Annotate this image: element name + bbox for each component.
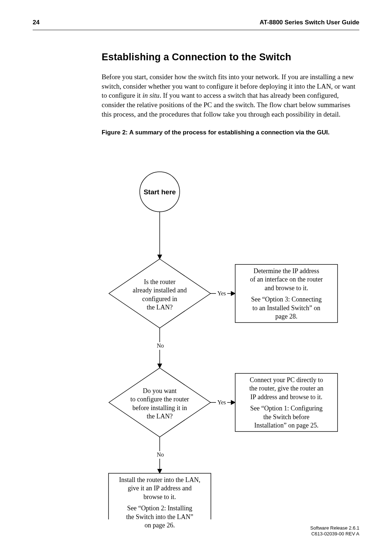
edge-label-yes-2: Yes <box>216 399 227 406</box>
process-box-2-text: Connect your PC directly to the router, … <box>239 376 334 430</box>
b3-ref2: the Switch into the LAN” <box>112 513 207 521</box>
b1-l3: and browse to it. <box>239 284 334 292</box>
d1-l2: already installed and <box>122 286 198 295</box>
edge-label-no-2: No <box>155 451 166 459</box>
process-box-1-text: Determine the IP address of an interface… <box>239 267 334 321</box>
d2-l4: the LAN? <box>122 412 198 421</box>
section-title: Establishing a Connection to the Switch <box>102 52 359 63</box>
flowchart-svg <box>102 171 363 519</box>
content-area: Establishing a Connection to the Switch … <box>102 52 359 143</box>
figure-caption: Figure 2: A summary of the process for e… <box>102 129 359 136</box>
page-footer: Software Release 2.6.1 C613-02039-00 REV… <box>310 525 359 537</box>
d1-l1: Is the router <box>122 278 198 286</box>
b2-ref2: the Switch before <box>239 413 334 421</box>
b2-ref1: See “Option 1: Configuring <box>239 404 334 413</box>
start-label: Start here <box>140 188 180 197</box>
intro-text-em: in situ <box>142 92 159 99</box>
b2-l3: IP address and browse to it. <box>239 393 334 401</box>
decision-1-text: Is the router already installed and conf… <box>122 278 198 312</box>
b3-ref3: on page 26. <box>112 521 207 530</box>
edge-label-yes-1: Yes <box>216 290 227 297</box>
b1-l2: of an interface on the router <box>239 275 334 284</box>
b2-l2: the router, give the router an <box>239 384 334 393</box>
process-box-3-text: Install the router into the LAN, give it… <box>112 476 207 530</box>
decision-2-text: Do you want to configure the router befo… <box>122 387 198 421</box>
footer-partno: C613-02039-00 REV A <box>310 531 359 537</box>
d2-l1: Do you want <box>122 387 198 395</box>
b2-l1: Connect your PC directly to <box>239 376 334 384</box>
page-number: 24 <box>33 19 40 26</box>
b3-l3: browse to it. <box>112 493 207 501</box>
b2-ref3: Installation” on page 25. <box>239 421 334 430</box>
b1-ref2: to an Installed Switch” on <box>239 304 334 312</box>
intro-paragraph: Before you start, consider how the switc… <box>102 72 359 119</box>
footer-release: Software Release 2.6.1 <box>310 525 359 531</box>
page: 24 AT-8800 Series Switch User Guide Esta… <box>0 0 392 555</box>
d1-l4: the LAN? <box>122 303 198 312</box>
b1-l1: Determine the IP address <box>239 267 334 275</box>
edge-label-no-1: No <box>155 342 166 350</box>
flowchart: Start here Is the router already install… <box>102 171 363 519</box>
page-header: 24 AT-8800 Series Switch User Guide <box>33 19 359 30</box>
b1-ref1: See “Option 3: Connecting <box>239 295 334 304</box>
b3-l1: Install the router into the LAN, <box>112 476 207 484</box>
b1-ref3: page 28. <box>239 312 334 321</box>
document-title: AT-8800 Series Switch User Guide <box>260 19 359 26</box>
b3-l2: give it an IP address and <box>112 484 207 493</box>
d2-l3: before installing it in <box>122 404 198 412</box>
b3-ref1: See “Option 2: Installing <box>112 504 207 513</box>
d2-l2: to configure the router <box>122 395 198 404</box>
d1-l3: configured in <box>122 295 198 303</box>
